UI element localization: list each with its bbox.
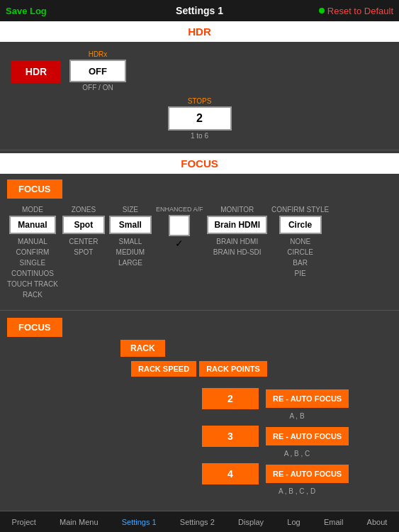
size-options: SMALLMEDIUMLARGE xyxy=(116,236,145,268)
save-log-button[interactable]: Save Log xyxy=(6,6,47,16)
hdrx-label: HDRx xyxy=(89,50,108,58)
enhanced-label: ENHANCED A/F xyxy=(156,206,203,213)
stops-block: STOPS 2 1 to 6 xyxy=(11,97,388,140)
focus-section-title: FOCUS xyxy=(0,153,399,174)
nav-main-menu[interactable]: Main Menu xyxy=(60,518,98,526)
enhanced-checkmark: ✓ xyxy=(175,238,184,249)
hdr-off-on-label: OFF / ON xyxy=(82,84,113,92)
bottom-nav: Project Main Menu Settings 1 Settings 2 … xyxy=(0,511,399,532)
nav-settings-2[interactable]: Settings 2 xyxy=(180,518,215,526)
enhanced-checkbox[interactable] xyxy=(169,215,190,236)
stops-value[interactable]: 2 xyxy=(168,106,232,131)
rack-speed-points: RACK SPEED RACK POINTS xyxy=(131,361,392,377)
enhanced-col: ENHANCED A/F ✓ xyxy=(156,206,203,249)
rack-speed-button[interactable]: RACK SPEED xyxy=(131,361,196,377)
size-col: SIZE Small SMALLMEDIUMLARGE xyxy=(109,206,152,268)
header: Save Log Settings 1 Reset to Default xyxy=(0,0,399,21)
rack-letters-1: A , B xyxy=(202,412,392,420)
focus2-button[interactable]: FOCUS xyxy=(7,318,62,337)
monitor-label: MONITOR xyxy=(220,206,254,214)
hdr-section-title: HDR xyxy=(0,21,399,42)
divider-2 xyxy=(0,310,399,311)
rack-label: RACK xyxy=(120,340,165,357)
rack-auto-focus-3[interactable]: RE - AUTO FOCUS xyxy=(266,465,349,483)
monitor-options: BRAIN HDMIBRAIN HD-SDI xyxy=(213,236,262,257)
mode-selected[interactable]: Manual xyxy=(9,216,55,234)
zones-selected[interactable]: Spot xyxy=(62,216,105,234)
nav-settings-1[interactable]: Settings 1 xyxy=(122,518,157,526)
focus-controls: MODE Manual MANUALCONFIRMSINGLECONTINUOS… xyxy=(7,206,392,300)
hdr-off-toggle[interactable]: OFF xyxy=(69,60,126,82)
reset-to-default-button[interactable]: Reset to Default xyxy=(327,6,393,16)
divider-1 xyxy=(0,150,399,150)
rack-letters-3: A , B , C , D xyxy=(202,487,392,495)
nav-email[interactable]: Email xyxy=(324,518,344,526)
monitor-col: MONITOR Brain HDMI BRAIN HDMIBRAIN HD-SD… xyxy=(207,206,267,257)
rack-number-4[interactable]: 4 xyxy=(202,463,259,484)
rack-point-row-2: 3 RE - AUTO FOCUS xyxy=(202,426,392,447)
rack-point-row-1: 2 RE - AUTO FOCUS xyxy=(202,388,392,409)
zones-options: CENTERSPOT xyxy=(69,236,98,257)
mode-label: MODE xyxy=(22,206,43,214)
rack-rows: 2 RE - AUTO FOCUS A , B 3 RE - AUTO FOCU… xyxy=(0,382,399,495)
rack-point-row-3: 4 RE - AUTO FOCUS xyxy=(202,463,392,484)
nav-log[interactable]: Log xyxy=(287,518,300,526)
rack-letters-2: A , B , C xyxy=(202,450,392,458)
confirm-label: CONFIRM STYLE xyxy=(271,206,329,214)
header-right: Reset to Default xyxy=(319,6,393,16)
stops-range: 1 to 6 xyxy=(191,132,208,140)
zones-col: ZONES Spot CENTERSPOT xyxy=(62,206,105,257)
confirm-col: CONFIRM STYLE Circle NONECIRCLEBARPIE xyxy=(271,206,329,279)
hdr-button[interactable]: HDR xyxy=(11,60,61,83)
rack-number-3[interactable]: 3 xyxy=(202,426,259,447)
stops-label: STOPS xyxy=(188,97,212,105)
page-title: Settings 1 xyxy=(176,5,223,16)
size-selected[interactable]: Small xyxy=(109,216,152,234)
rack-auto-focus-2[interactable]: RE - AUTO FOCUS xyxy=(266,427,349,445)
monitor-selected[interactable]: Brain HDMI xyxy=(207,216,267,234)
confirm-selected[interactable]: Circle xyxy=(279,216,322,234)
hdr-button-block: HDR xyxy=(11,50,61,83)
mode-options: MANUALCONFIRMSINGLECONTINUOSTOUCH TRACKR… xyxy=(7,236,58,300)
nav-about[interactable]: About xyxy=(367,518,388,526)
nav-display[interactable]: Display xyxy=(238,518,264,526)
rack-auto-focus-1[interactable]: RE - AUTO FOCUS xyxy=(266,389,349,408)
rack-number-2[interactable]: 2 xyxy=(202,388,259,409)
zones-label: ZONES xyxy=(72,206,96,214)
mode-col: MODE Manual MANUALCONFIRMSINGLECONTINUOS… xyxy=(7,206,58,300)
focus-button[interactable]: FOCUS xyxy=(7,179,62,199)
focus2-section: FOCUS RACK RACK SPEED RACK POINTS xyxy=(0,314,399,382)
rack-points-button[interactable]: RACK POINTS xyxy=(199,361,267,377)
confirm-options: NONECIRCLEBARPIE xyxy=(287,236,313,279)
size-label: SIZE xyxy=(123,206,138,214)
nav-project[interactable]: Project xyxy=(12,518,36,526)
focus-section: FOCUS MODE Manual MANUALCONFIRMSINGLECON… xyxy=(0,174,399,307)
hdr-row: HDR HDRx OFF OFF / ON xyxy=(11,50,388,92)
hdrx-block: HDRx OFF OFF / ON xyxy=(69,50,126,92)
status-dot xyxy=(319,8,325,13)
hdr-section: HDR HDRx OFF OFF / ON STOPS 2 1 to 6 xyxy=(0,42,399,147)
